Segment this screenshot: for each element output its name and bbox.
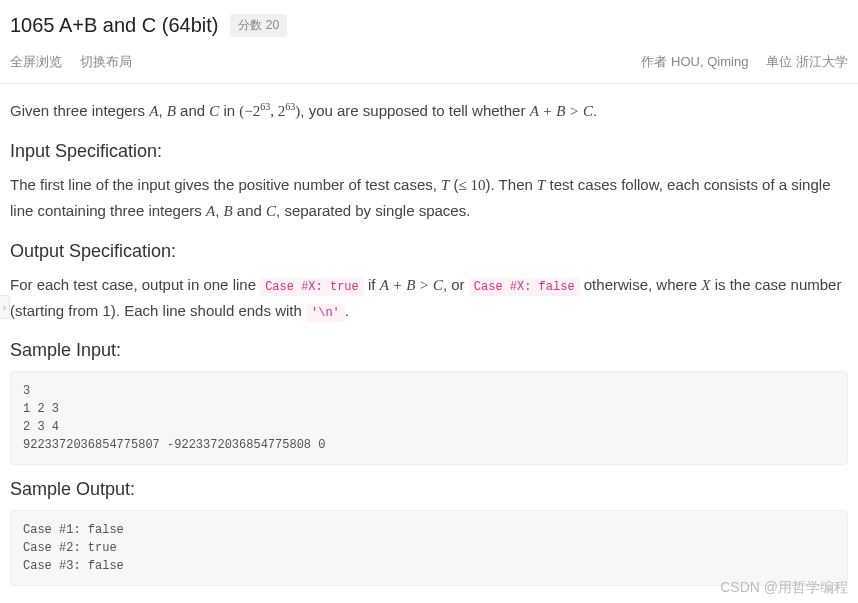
subbar: 全屏浏览 切换布局 作者 HOU, Qiming 单位 浙江大学	[0, 45, 858, 84]
sample-output-block: Case #1: false Case #2: true Case #3: fa…	[10, 510, 848, 586]
intro-paragraph: Given three integers A, B and C in (−263…	[10, 98, 848, 125]
expand-handle-icon[interactable]: ›	[0, 295, 10, 319]
subbar-right: 作者 HOU, Qiming 单位 浙江大学	[641, 53, 848, 71]
input-spec-paragraph: The first line of the input gives the po…	[10, 172, 848, 225]
sample-output-heading: Sample Output:	[10, 479, 848, 500]
sample-input-block: 3 1 2 3 2 3 4 9223372036854775807 -92233…	[10, 371, 848, 465]
input-spec-heading: Input Specification:	[10, 141, 848, 162]
score-badge: 分数 20	[230, 14, 287, 37]
subbar-left: 全屏浏览 切换布局	[10, 53, 132, 71]
output-spec-paragraph: For each test case, output in one line C…	[10, 272, 848, 324]
sample-input-heading: Sample Input:	[10, 340, 848, 361]
unit-info: 单位 浙江大学	[766, 53, 848, 71]
output-spec-heading: Output Specification:	[10, 241, 848, 262]
content: Given three integers A, B and C in (−263…	[0, 98, 858, 586]
code-false: Case #X: false	[469, 278, 580, 296]
fullscreen-link[interactable]: 全屏浏览	[10, 53, 62, 71]
code-newline: '\n'	[306, 304, 345, 322]
author-info: 作者 HOU, Qiming	[641, 53, 748, 71]
page-title: 1065 A+B and C (64bit)	[10, 14, 218, 37]
switch-layout-link[interactable]: 切换布局	[80, 53, 132, 71]
header: 1065 A+B and C (64bit) 分数 20	[0, 0, 858, 45]
code-true: Case #X: true	[260, 278, 364, 296]
